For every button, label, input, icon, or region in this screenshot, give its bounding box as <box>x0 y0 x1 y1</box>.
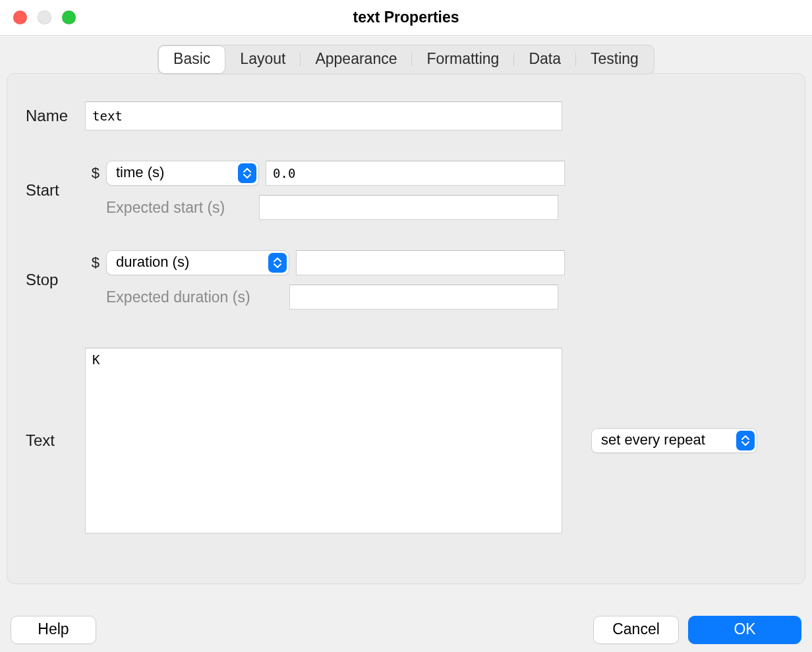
stop-code-prefix: $ <box>85 254 100 271</box>
text-label: Text <box>26 431 85 450</box>
name-row: Name <box>26 101 786 130</box>
tab-appearance[interactable]: Appearance <box>301 46 411 73</box>
start-mode-value: time (s) <box>116 164 164 181</box>
tab-formatting[interactable]: Formatting <box>412 46 513 73</box>
traffic-lights <box>0 11 76 24</box>
expected-duration-input[interactable] <box>289 285 558 310</box>
expected-start-label: Expected start (s) <box>106 199 252 217</box>
tab-segment: Basic Layout Appearance Formatting Data … <box>158 45 654 74</box>
expected-start-input[interactable] <box>259 195 558 220</box>
start-label: Start <box>26 181 85 200</box>
start-value-input[interactable] <box>266 161 565 186</box>
text-row: Text set every repeat <box>26 348 786 533</box>
ok-button[interactable]: OK <box>688 616 801 644</box>
update-mode-select[interactable]: set every repeat <box>591 428 757 453</box>
tab-testing[interactable]: Testing <box>576 46 653 73</box>
start-mode-select[interactable]: time (s) <box>106 161 259 186</box>
tab-basic[interactable]: Basic <box>159 46 225 73</box>
cancel-button[interactable]: Cancel <box>593 616 679 644</box>
start-group: Start $ time (s) Expected start (s) <box>26 161 786 220</box>
window-title: text Properties <box>0 9 812 26</box>
name-label: Name <box>26 107 85 125</box>
start-code-prefix: $ <box>85 165 100 182</box>
titlebar: text Properties <box>0 0 812 36</box>
help-button[interactable]: Help <box>11 616 96 644</box>
dropdown-stepper-icon <box>238 163 256 183</box>
tabbar: Basic Layout Appearance Formatting Data … <box>0 36 812 74</box>
update-mode-value: set every repeat <box>601 431 705 448</box>
text-textarea[interactable] <box>85 348 562 533</box>
dropdown-stepper-icon <box>736 431 755 450</box>
stop-mode-value: duration (s) <box>116 254 189 271</box>
close-window-button[interactable] <box>13 11 27 24</box>
dropdown-stepper-icon <box>268 253 287 273</box>
zoom-window-button[interactable] <box>62 11 76 24</box>
stop-group: Stop $ duration (s) Expected duration (s… <box>26 250 786 310</box>
tab-layout[interactable]: Layout <box>225 46 300 73</box>
stop-mode-select[interactable]: duration (s) <box>106 250 289 275</box>
stop-value-input[interactable] <box>296 250 565 275</box>
properties-panel: Name Start $ time (s) Expected start (s) <box>7 73 805 584</box>
name-input[interactable] <box>85 101 562 130</box>
minimize-window-button[interactable] <box>38 11 51 24</box>
tab-data[interactable]: Data <box>514 46 575 73</box>
expected-duration-label: Expected duration (s) <box>106 288 283 306</box>
dialog-footer: Help Cancel OK <box>0 616 812 644</box>
stop-label: Stop <box>26 271 85 289</box>
